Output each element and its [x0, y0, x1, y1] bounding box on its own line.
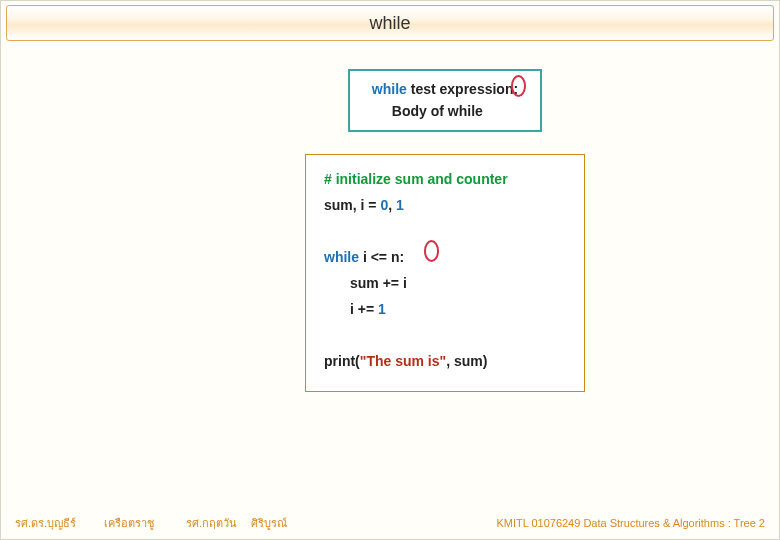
- syntax-box: while test expression: Body of while: [348, 69, 542, 132]
- slide-title: while: [369, 13, 410, 34]
- footer-author-1-name: รศ.ดร.บุญธีร์: [15, 514, 76, 532]
- code-keyword: while: [324, 249, 359, 265]
- code-init-line: sum, i = 0, 1: [324, 193, 566, 219]
- footer-author-2-surname: ศิริบูรณ์: [251, 514, 287, 532]
- code-sum-line: sum += i: [350, 271, 566, 297]
- code-while-line: while i <= n:: [324, 245, 566, 271]
- syntax-body: Body of while: [392, 101, 518, 123]
- code-text: i <= n: [359, 249, 399, 265]
- footer: รศ.ดร.บุญธีร์ เครือตราชู รศ.กฤตวัน ศิริบ…: [1, 514, 779, 532]
- slide-stage: while while test expression: Body of whi…: [0, 0, 780, 540]
- footer-author-2-name: รศ.กฤตวัน: [186, 514, 237, 532]
- footer-course-info: KMITL 01076249 Data Structures & Algorit…: [496, 517, 765, 529]
- code-inc-line: i += 1: [350, 297, 566, 323]
- code-text: ,: [388, 197, 396, 213]
- code-box: # initialize sum and counter sum, i = 0,…: [305, 154, 585, 391]
- syntax-keyword: while: [372, 81, 407, 97]
- code-text: print(: [324, 353, 360, 369]
- code-blank-line: [324, 219, 566, 245]
- code-text: i +=: [350, 301, 378, 317]
- highlight-circle-icon: [511, 75, 526, 97]
- code-text: sum, i =: [324, 197, 380, 213]
- code-string: "The sum is": [360, 353, 446, 369]
- code-text: , sum): [446, 353, 487, 369]
- code-number: 1: [378, 301, 386, 317]
- footer-author-1-surname: เครือตราชู: [104, 514, 154, 532]
- code-comment: # initialize sum and counter: [324, 167, 566, 193]
- code-print-line: print("The sum is", sum): [324, 349, 566, 375]
- content-area: while test expression: Body of while # i…: [1, 41, 779, 392]
- title-bar: while: [6, 5, 774, 41]
- syntax-line-1: while test expression:: [372, 79, 518, 101]
- code-blank-line: [324, 323, 566, 349]
- syntax-expression: test expression: [407, 81, 514, 97]
- code-colon: :: [399, 249, 404, 265]
- code-number: 1: [396, 197, 404, 213]
